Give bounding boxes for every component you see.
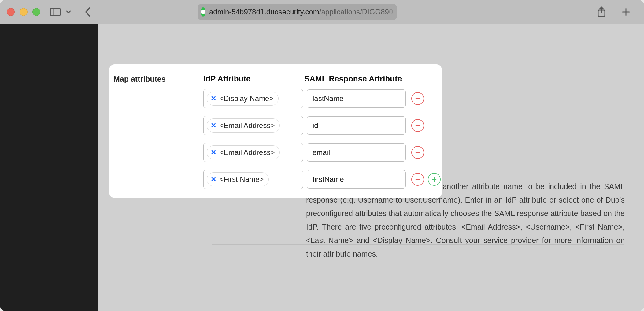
saml-response-attribute-input[interactable] [307,170,406,189]
remove-chip-icon[interactable]: ✕ [211,176,216,183]
new-tab-button[interactable] [619,5,633,19]
address-text: admin-54b978d1.duosecurity.com/applicati… [209,8,393,16]
idp-attribute-chip-label: <Display Name> [219,94,273,103]
remove-row-button[interactable] [411,119,424,132]
back-button[interactable] [81,5,95,19]
browser-toolbar: admin-54b978d1.duosecurity.com/applicati… [0,0,644,24]
row-actions [409,173,443,186]
saml-column-header: SAML Response Attribute [304,72,408,89]
sidebar-controls [48,5,73,19]
window-close-button[interactable] [7,8,15,16]
row-actions [409,119,443,132]
attribute-rows: ✕<Display Name>✕<Email Address>✕<Email A… [203,89,442,189]
remove-row-button[interactable] [411,173,424,186]
window-minimize-button[interactable] [20,8,28,16]
attribute-row: ✕<Email Address> [203,143,442,162]
idp-attribute-chip[interactable]: ✕<Email Address> [207,145,280,159]
idp-attribute-chip[interactable]: ✕<Display Name> [207,92,279,106]
map-attributes-panel: Map attributes IdP Attribute SAML Respon… [109,64,442,198]
attribute-row: ✕<First Name> [203,170,442,189]
saml-response-attribute-input[interactable] [307,116,406,135]
address-bar[interactable]: admin-54b978d1.duosecurity.com/applicati… [198,4,397,20]
remove-chip-icon[interactable]: ✕ [211,149,216,156]
window-controls [7,8,40,16]
idp-attribute-chip[interactable]: ✕<First Name> [207,172,269,186]
row-actions [409,92,443,105]
idp-attribute-chip-label: <Email Address> [219,121,275,130]
svg-rect-2 [201,10,205,14]
idp-attribute-input[interactable]: ✕<Display Name> [203,89,303,108]
share-button[interactable] [594,5,609,19]
idp-attribute-input[interactable]: ✕<Email Address> [203,143,303,162]
browser-window: admin-54b978d1.duosecurity.com/applicati… [0,0,644,311]
remove-row-button[interactable] [411,146,424,159]
idp-attribute-input[interactable]: ✕<Email Address> [203,116,303,135]
window-zoom-button[interactable] [32,8,40,16]
sidebar-toggle-button[interactable] [48,5,62,19]
divider [212,57,624,57]
remove-chip-icon[interactable]: ✕ [211,95,216,102]
app-sidebar [0,24,98,311]
idp-attribute-input[interactable]: ✕<First Name> [203,170,303,189]
remove-row-button[interactable] [411,92,424,105]
toolbar-right [594,5,637,19]
site-identity-icon [201,7,205,17]
section-title: Map attributes [109,72,203,89]
saml-response-attribute-input[interactable] [307,89,406,108]
attribute-row: ✕<Email Address> [203,116,442,135]
idp-attribute-chip-label: <First Name> [219,175,264,184]
tab-group-menu-button[interactable] [64,5,73,19]
idp-column-header: IdP Attribute [203,72,304,89]
attribute-row: ✕<Display Name> [203,89,442,108]
svg-rect-0 [50,8,61,16]
remove-chip-icon[interactable]: ✕ [211,122,216,129]
saml-response-attribute-input[interactable] [307,143,406,162]
address-truncated: 0 [389,8,393,16]
idp-attribute-chip[interactable]: ✕<Email Address> [207,118,280,133]
page-content: Map the values of an IdP attribute to an… [0,24,644,311]
address-host: admin-54b978d1.duosecurity.com [209,8,319,16]
divider [212,244,624,245]
address-path: /applications/DIGG89 [319,8,389,16]
add-row-button[interactable] [428,173,441,186]
idp-attribute-chip-label: <Email Address> [219,148,275,157]
row-actions [409,146,443,159]
